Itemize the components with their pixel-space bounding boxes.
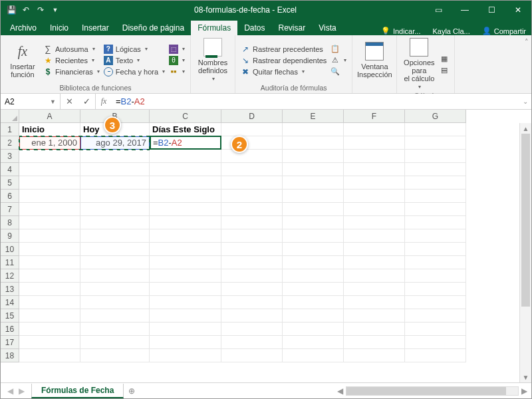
new-sheet-button[interactable]: ⊕ xyxy=(124,383,140,399)
cell-D13[interactable] xyxy=(221,283,283,296)
sheet-nav-prev-icon[interactable]: ◀ xyxy=(7,386,13,396)
cell-A14[interactable] xyxy=(19,296,80,309)
cell-B6[interactable] xyxy=(80,190,150,203)
cell-F9[interactable] xyxy=(344,229,405,243)
maximize-icon[interactable]: ☐ xyxy=(478,1,505,19)
cell-A6[interactable] xyxy=(19,190,80,203)
cell-E13[interactable] xyxy=(283,283,344,296)
scroll-up-icon[interactable]: ▲ xyxy=(520,123,531,134)
tab-archivo[interactable]: Archivo xyxy=(3,21,43,35)
row-header[interactable]: 15 xyxy=(1,309,19,323)
evaluate-formula-button[interactable]: 🔍 xyxy=(331,67,346,76)
cell-A4[interactable] xyxy=(19,163,80,176)
cell-E3[interactable] xyxy=(283,150,344,163)
financial-button[interactable]: $Financieras xyxy=(43,67,100,76)
name-box[interactable]: ▼ xyxy=(1,94,61,109)
cell-E15[interactable] xyxy=(283,309,344,323)
cell-C16[interactable] xyxy=(150,323,221,336)
text-button[interactable]: ATexto xyxy=(104,56,165,65)
row-header[interactable]: 5 xyxy=(1,176,19,190)
cell-A17[interactable] xyxy=(19,336,80,349)
cell-B12[interactable] xyxy=(80,269,150,283)
cell-C7[interactable] xyxy=(150,203,221,216)
cell-A18[interactable] xyxy=(19,349,80,362)
cell-D18[interactable] xyxy=(221,349,283,362)
horizontal-scrollbar[interactable] xyxy=(346,386,519,396)
cell-E12[interactable] xyxy=(283,269,344,283)
enter-formula-button[interactable]: ✓ xyxy=(78,96,95,106)
logical-button[interactable]: ?Lógicas xyxy=(104,45,165,54)
cell-C18[interactable] xyxy=(150,349,221,362)
row-header[interactable]: 10 xyxy=(1,243,19,256)
cell-G11[interactable] xyxy=(405,256,466,269)
cell-F18[interactable] xyxy=(344,349,405,362)
save-icon[interactable]: 💾 xyxy=(5,3,18,17)
trace-precedents-button[interactable]: ↗Rastrear precedentes xyxy=(241,45,327,54)
cell-A12[interactable] xyxy=(19,269,80,283)
cell-D10[interactable] xyxy=(221,243,283,256)
row-header[interactable]: 9 xyxy=(1,229,19,243)
defined-names-button[interactable]: Nombresdefinidos xyxy=(196,38,229,82)
cell-F2[interactable] xyxy=(344,136,405,150)
col-header-C[interactable]: C xyxy=(150,110,221,123)
cell-G5[interactable] xyxy=(405,176,466,190)
cell-B15[interactable] xyxy=(80,309,150,323)
cell-F13[interactable] xyxy=(344,283,405,296)
minimize-icon[interactable]: — xyxy=(452,1,478,19)
cell-D17[interactable] xyxy=(221,336,283,349)
cell-D12[interactable] xyxy=(221,269,283,283)
error-check-button[interactable]: ⚠ xyxy=(331,56,346,65)
cell-A15[interactable] xyxy=(19,309,80,323)
cell-F4[interactable] xyxy=(344,163,405,176)
cell-G1[interactable] xyxy=(405,123,466,136)
row-header[interactable]: 17 xyxy=(1,336,19,349)
cell-E7[interactable] xyxy=(283,203,344,216)
cell-B13[interactable] xyxy=(80,283,150,296)
cell-G13[interactable] xyxy=(405,283,466,296)
cell-G14[interactable] xyxy=(405,296,466,309)
cell-B17[interactable] xyxy=(80,336,150,349)
col-header-G[interactable]: G xyxy=(405,110,466,123)
cell-D8[interactable] xyxy=(221,216,283,229)
cell-C13[interactable] xyxy=(150,283,221,296)
cell-F5[interactable] xyxy=(344,176,405,190)
row-header[interactable]: 3 xyxy=(1,150,19,163)
cell-E17[interactable] xyxy=(283,336,344,349)
cell-A5[interactable] xyxy=(19,176,80,190)
cell-A11[interactable] xyxy=(19,256,80,269)
cell-F1[interactable] xyxy=(344,123,405,136)
math-button[interactable]: θ xyxy=(169,56,185,65)
cell-B9[interactable] xyxy=(80,229,150,243)
col-header-E[interactable]: E xyxy=(283,110,344,123)
row-header[interactable]: 11 xyxy=(1,256,19,269)
calc-now-button[interactable]: ▦ xyxy=(440,54,449,63)
tab-revisar[interactable]: Revisar xyxy=(272,21,313,35)
cell-G2[interactable] xyxy=(405,136,466,150)
row-header[interactable]: 12 xyxy=(1,269,19,283)
cell-F14[interactable] xyxy=(344,296,405,309)
cell-D16[interactable] xyxy=(221,323,283,336)
cell-G3[interactable] xyxy=(405,150,466,163)
cell-E11[interactable] xyxy=(283,256,344,269)
cell-C8[interactable] xyxy=(150,216,221,229)
cell-D14[interactable] xyxy=(221,296,283,309)
cancel-formula-button[interactable]: ✕ xyxy=(61,96,78,106)
cell-C5[interactable] xyxy=(150,176,221,190)
col-header-D[interactable]: D xyxy=(221,110,283,123)
cell-C14[interactable] xyxy=(150,296,221,309)
cell-C1[interactable]: Días Este Siglo xyxy=(150,123,221,136)
cell-F8[interactable] xyxy=(344,216,405,229)
cell-A13[interactable] xyxy=(19,283,80,296)
hscroll-right-icon[interactable]: ▶ xyxy=(521,386,527,396)
cell-E18[interactable] xyxy=(283,349,344,362)
sheet-tab-active[interactable]: Fórmulas de Fecha xyxy=(31,384,124,398)
insert-function-button[interactable]: fx Insertarfunción xyxy=(6,38,39,82)
cell-F17[interactable] xyxy=(344,336,405,349)
formula-input[interactable]: =B2-A2 xyxy=(112,94,519,109)
datetime-button[interactable]: Fecha y hora xyxy=(104,67,165,76)
cell-F15[interactable] xyxy=(344,309,405,323)
cell-A3[interactable] xyxy=(19,150,80,163)
cell-A10[interactable] xyxy=(19,243,80,256)
cell-F11[interactable] xyxy=(344,256,405,269)
ribbon-options-icon[interactable]: ▭ xyxy=(425,1,452,19)
